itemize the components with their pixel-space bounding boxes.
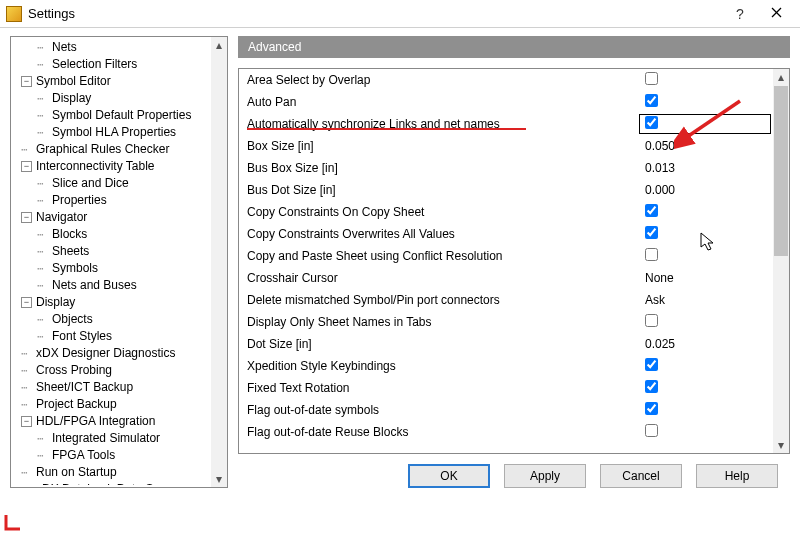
collapse-icon[interactable]: − <box>21 76 32 87</box>
property-value[interactable]: 0.013 <box>645 161 765 175</box>
tree-item[interactable]: ⋯Slice and Dice <box>13 175 211 192</box>
tree-item-label: Navigator <box>35 209 88 226</box>
collapse-icon[interactable]: − <box>21 416 32 427</box>
collapse-icon[interactable]: − <box>21 297 32 308</box>
tree-item[interactable]: −Display <box>13 294 211 311</box>
property-name: Crosshair Cursor <box>247 271 645 285</box>
property-row: Copy Constraints Overwrites All Values <box>239 223 773 245</box>
scroll-down-icon[interactable]: ▾ <box>773 437 789 453</box>
section-header: Advanced <box>238 36 790 58</box>
property-row: Bus Box Size [in]0.013 <box>239 157 773 179</box>
close-button[interactable] <box>758 2 794 26</box>
tree-item[interactable]: −HDL/FPGA Integration <box>13 413 211 430</box>
tree-item[interactable]: ⋯FPGA Tools <box>13 447 211 464</box>
property-name: Auto Pan <box>247 95 645 109</box>
tree-item[interactable]: ⋯xDX Designer Diagnostics <box>13 345 211 362</box>
tree-item-label: Font Styles <box>51 328 113 345</box>
property-row: Xpedition Style Keybindings <box>239 355 773 377</box>
tree-item[interactable]: ⋯Project Backup <box>13 396 211 413</box>
property-name: Copy Constraints Overwrites All Values <box>247 227 645 241</box>
tree-item[interactable]: ⋯Graphical Rules Checker <box>13 141 211 158</box>
tree-item-label: Sheets <box>51 243 90 260</box>
tree-item[interactable]: ⋯xDX Databook Data Source <box>13 481 211 485</box>
tree-item[interactable]: ⋯Integrated Simulator <box>13 430 211 447</box>
property-name: Automatically synchronize Links and net … <box>247 117 645 131</box>
collapse-icon[interactable]: − <box>21 161 32 172</box>
tree-item[interactable]: ⋯Symbol Default Properties <box>13 107 211 124</box>
property-name: Fixed Text Rotation <box>247 381 645 395</box>
scroll-up-icon[interactable]: ▴ <box>773 69 789 85</box>
grid-scrollbar[interactable]: ▴ ▾ <box>773 69 789 453</box>
property-grid: Area Select by OverlapAuto PanAutomatica… <box>238 68 790 454</box>
property-value[interactable]: None <box>645 271 765 285</box>
property-checkbox[interactable] <box>645 94 658 107</box>
tree-item[interactable]: ⋯Display <box>13 90 211 107</box>
tree-item-label: Blocks <box>51 226 88 243</box>
property-checkbox[interactable] <box>645 72 658 85</box>
property-value[interactable]: 0.000 <box>645 183 765 197</box>
tree-item[interactable]: −Interconnectivity Table <box>13 158 211 175</box>
tree-item-label: FPGA Tools <box>51 447 116 464</box>
annotation-corner <box>4 513 22 531</box>
tree-item[interactable]: ⋯Blocks <box>13 226 211 243</box>
tree-item[interactable]: ⋯Run on Startup <box>13 464 211 481</box>
tree-item[interactable]: ⋯Font Styles <box>13 328 211 345</box>
tree-item[interactable]: ⋯Properties <box>13 192 211 209</box>
property-name: Flag out-of-date Reuse Blocks <box>247 425 645 439</box>
property-checkbox[interactable] <box>645 226 658 239</box>
scroll-thumb[interactable] <box>774 86 788 256</box>
tree-item[interactable]: ⋯Nets and Buses <box>13 277 211 294</box>
tree-item[interactable]: −Navigator <box>13 209 211 226</box>
property-name: Bus Box Size [in] <box>247 161 645 175</box>
apply-button[interactable]: Apply <box>504 464 586 488</box>
tree-item[interactable]: ⋯Cross Probing <box>13 362 211 379</box>
dialog-buttons: OK Apply Cancel Help <box>238 454 790 488</box>
tree-item-label: Properties <box>51 192 108 209</box>
close-icon <box>771 7 782 21</box>
property-checkbox[interactable] <box>645 116 658 129</box>
tree-item[interactable]: ⋯Selection Filters <box>13 56 211 73</box>
property-name: Box Size [in] <box>247 139 645 153</box>
property-checkbox[interactable] <box>645 204 658 217</box>
help-button[interactable]: Help <box>696 464 778 488</box>
property-checkbox[interactable] <box>645 402 658 415</box>
settings-tree[interactable]: ⋯Nets⋯Selection Filters−Symbol Editor⋯Di… <box>10 36 228 488</box>
tree-item-label: Interconnectivity Table <box>35 158 156 175</box>
tree-item[interactable]: ⋯Symbol HLA Properties <box>13 124 211 141</box>
property-row: Delete mismatched Symbol/Pin port connec… <box>239 289 773 311</box>
tree-item-label: Run on Startup <box>35 464 118 481</box>
scroll-up-icon[interactable]: ▴ <box>211 37 227 53</box>
property-row: Copy and Paste Sheet using Conflict Reso… <box>239 245 773 267</box>
cancel-button[interactable]: Cancel <box>600 464 682 488</box>
property-value[interactable]: 0.025 <box>645 337 765 351</box>
tree-scrollbar[interactable]: ▴ ▾ <box>211 37 227 487</box>
property-checkbox[interactable] <box>645 424 658 437</box>
tree-item[interactable]: ⋯Sheets <box>13 243 211 260</box>
property-checkbox[interactable] <box>645 314 658 327</box>
help-button[interactable]: ? <box>722 2 758 26</box>
collapse-icon[interactable]: − <box>21 212 32 223</box>
property-value[interactable]: 0.050 <box>645 139 765 153</box>
tree-item-label: Sheet/ICT Backup <box>35 379 134 396</box>
property-row: Copy Constraints On Copy Sheet <box>239 201 773 223</box>
property-checkbox[interactable] <box>645 358 658 371</box>
tree-item[interactable]: ⋯Objects <box>13 311 211 328</box>
property-row: Display Only Sheet Names in Tabs <box>239 311 773 333</box>
property-checkbox[interactable] <box>645 248 658 261</box>
app-icon <box>6 6 22 22</box>
tree-item-label: Symbol Default Properties <box>51 107 192 124</box>
tree-item[interactable]: ⋯Sheet/ICT Backup <box>13 379 211 396</box>
tree-item-label: Cross Probing <box>35 362 113 379</box>
ok-button[interactable]: OK <box>408 464 490 488</box>
property-checkbox[interactable] <box>645 380 658 393</box>
property-value[interactable]: Ask <box>645 293 765 307</box>
window-title: Settings <box>28 6 722 21</box>
property-name: Dot Size [in] <box>247 337 645 351</box>
tree-item-label: Project Backup <box>35 396 118 413</box>
tree-item-label: xDX Databook Data Source <box>35 481 184 485</box>
tree-item-label: xDX Designer Diagnostics <box>35 345 176 362</box>
tree-item[interactable]: ⋯Nets <box>13 39 211 56</box>
scroll-down-icon[interactable]: ▾ <box>211 471 227 487</box>
tree-item[interactable]: ⋯Symbols <box>13 260 211 277</box>
tree-item[interactable]: −Symbol Editor <box>13 73 211 90</box>
